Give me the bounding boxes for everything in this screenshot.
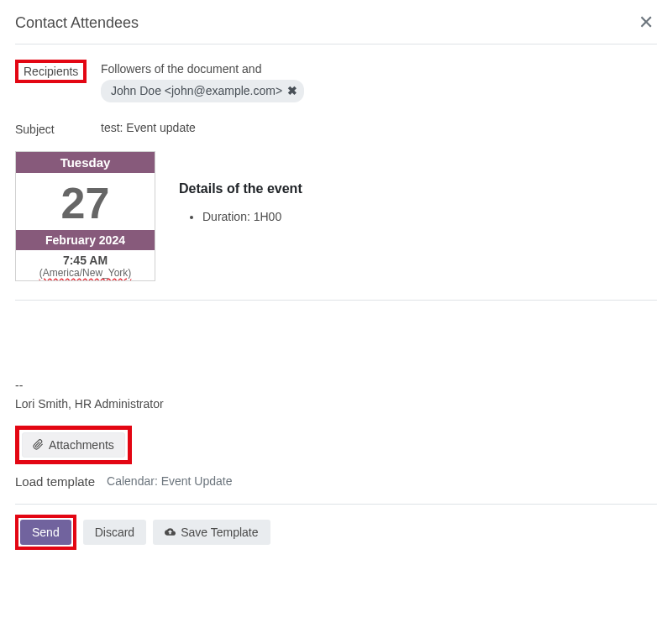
event-details: Details of the event Duration: 1H00 [179,151,302,281]
load-template-value[interactable]: Calendar: Event Update [107,474,232,488]
modal-header: Contact Attendees ✕ [15,13,657,44]
recipients-label: Recipients [24,63,78,78]
date-card: Tuesday 27 February 2024 7:45 AM (Americ… [15,151,155,281]
date-daynum: 27 [16,173,155,230]
send-button[interactable]: Send [20,520,71,545]
recipient-chip[interactable]: John Doe <john@example.com> ✖ [101,80,304,102]
recipients-followers-text: Followers of the document and [101,62,261,76]
divider [15,300,657,301]
send-highlight: Send [15,515,76,550]
event-duration-item: Duration: 1H00 [202,207,302,228]
attachments-label: Attachments [49,438,114,452]
signature-line: Lori Smith, HR Administrator [15,395,657,413]
date-monthyear: February 2024 [16,230,155,250]
recipients-value: Followers of the document and John Doe <… [101,60,657,102]
attachments-button[interactable]: Attachments [22,432,125,458]
signature-dashes: -- [15,376,657,395]
event-area: Tuesday 27 February 2024 7:45 AM (Americ… [15,151,657,281]
load-template-row: Load template Calendar: Event Update [15,474,657,505]
signature-block: -- Lori Smith, HR Administrator [15,376,657,414]
subject-value[interactable]: test: Event update [101,121,657,134]
date-time: 7:45 AM [16,250,155,267]
subject-row: Subject test: Event update [15,102,657,136]
date-timezone: (America/New_York) [16,267,155,280]
event-details-title: Details of the event [179,181,302,196]
load-template-label: Load template [15,474,95,489]
duration-value: 1H00 [254,210,281,223]
recipient-chip-text: John Doe <john@example.com> [111,81,282,100]
save-template-button[interactable]: Save Template [153,520,270,545]
recipients-row: Recipients Followers of the document and… [15,44,657,102]
remove-recipient-icon[interactable]: ✖ [287,81,297,100]
discard-button[interactable]: Discard [83,520,146,545]
cloud-upload-icon [165,526,176,537]
recipients-label-highlight: Recipients [15,60,87,83]
modal-title: Contact Attendees [15,14,139,32]
subject-label: Subject [15,121,101,136]
close-button[interactable]: ✕ [635,13,657,32]
duration-label: Duration: [202,210,254,223]
close-icon: ✕ [638,12,654,33]
contact-attendees-modal: Contact Attendees ✕ Recipients Followers… [0,0,672,563]
footer-buttons: Send Discard Save Template [15,515,657,550]
date-dayname: Tuesday [16,152,155,173]
attachments-highlight: Attachments [15,426,132,464]
paperclip-icon [33,439,44,450]
